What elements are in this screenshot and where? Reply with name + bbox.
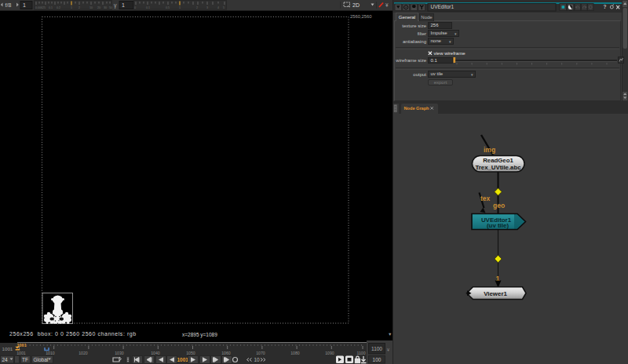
svg-text:?: ? bbox=[604, 4, 607, 9]
svg-text:1: 1 bbox=[23, 2, 26, 8]
svg-text:(uv tile): (uv tile) bbox=[487, 222, 509, 229]
svg-text:0: 0 bbox=[134, 6, 136, 9]
svg-text:1001: 1001 bbox=[16, 351, 26, 355]
svg-text:0.2: 0.2 bbox=[57, 6, 60, 9]
svg-text:4: 4 bbox=[217, 6, 219, 9]
svg-text:0.00625: 0.00625 bbox=[35, 6, 46, 9]
svg-text:γ: γ bbox=[114, 2, 117, 9]
svg-text:2: 2 bbox=[196, 6, 198, 9]
svg-text:¥: ¥ bbox=[385, 2, 389, 8]
svg-text:Global: Global bbox=[34, 357, 49, 362]
svg-text:UVEditor1: UVEditor1 bbox=[431, 4, 455, 9]
svg-text:Trex_UVtile.abc: Trex_UVtile.abc bbox=[475, 164, 521, 171]
svg-text:100: 100 bbox=[373, 357, 382, 362]
svg-text:0.1: 0.1 bbox=[49, 6, 53, 9]
svg-text:TF: TF bbox=[22, 357, 28, 362]
svg-text:1010: 1010 bbox=[46, 351, 55, 355]
svg-text:geo: geo bbox=[493, 202, 505, 209]
svg-text:2D: 2D bbox=[352, 2, 360, 8]
svg-text:10: 10 bbox=[89, 6, 93, 9]
svg-text:Viewer1: Viewer1 bbox=[484, 290, 507, 297]
svg-text:5: 5 bbox=[223, 6, 225, 9]
svg-text:50: 50 bbox=[109, 6, 112, 9]
svg-text:30: 30 bbox=[104, 6, 107, 9]
svg-text:f/8: f/8 bbox=[5, 2, 12, 8]
svg-text:0.5: 0.5 bbox=[166, 6, 170, 9]
svg-text:1090: 1090 bbox=[325, 351, 334, 355]
svg-text:tex: tex bbox=[480, 195, 491, 202]
svg-text:1: 1 bbox=[179, 6, 181, 9]
svg-text:1020: 1020 bbox=[78, 351, 88, 355]
svg-text:10: 10 bbox=[254, 357, 261, 362]
svg-text:1030: 1030 bbox=[115, 351, 124, 355]
svg-text:1080: 1080 bbox=[290, 351, 300, 355]
svg-text:1001: 1001 bbox=[177, 357, 189, 362]
svg-text:24: 24 bbox=[2, 357, 9, 362]
svg-text:Node Graph: Node Graph bbox=[404, 106, 430, 111]
svg-text:1001: 1001 bbox=[2, 346, 13, 351]
svg-text:1060: 1060 bbox=[221, 351, 231, 355]
svg-text:1040: 1040 bbox=[151, 351, 160, 355]
svg-text:¥: ¥ bbox=[387, 348, 390, 352]
svg-text:3: 3 bbox=[206, 6, 208, 9]
svg-text:0.1: 0.1 bbox=[146, 6, 150, 9]
svg-text:1: 1 bbox=[71, 6, 72, 9]
svg-text:ReadGeo1: ReadGeo1 bbox=[483, 157, 513, 164]
svg-text:2560,2560: 2560,2560 bbox=[350, 14, 371, 19]
svg-text:1100: 1100 bbox=[356, 351, 365, 355]
svg-text:20: 20 bbox=[97, 6, 100, 9]
svg-text:1100: 1100 bbox=[371, 346, 382, 351]
svg-text:1070: 1070 bbox=[256, 351, 265, 355]
svg-text:img: img bbox=[484, 146, 495, 154]
svg-text:1: 1 bbox=[122, 2, 125, 8]
svg-text:1050: 1050 bbox=[186, 351, 195, 355]
svg-text:2: 2 bbox=[78, 6, 80, 9]
